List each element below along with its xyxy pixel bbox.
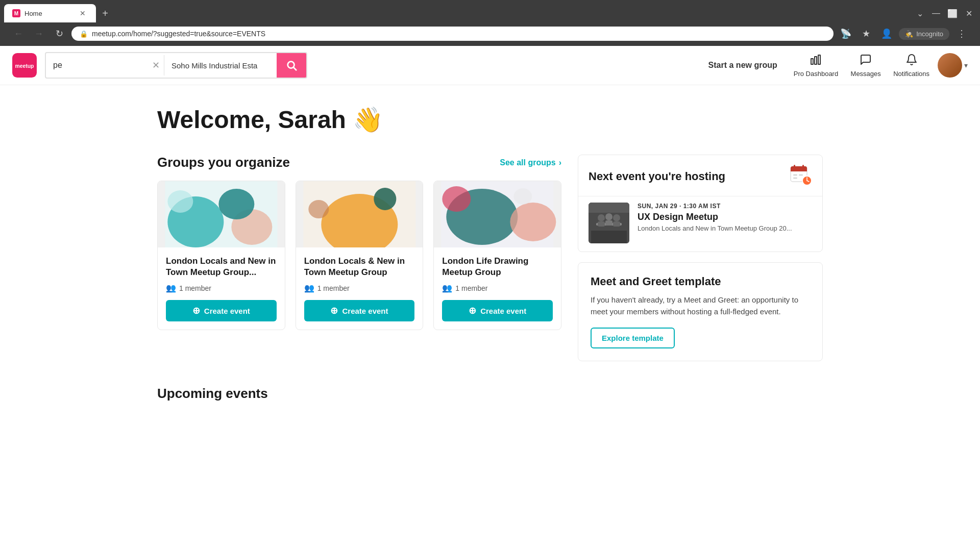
app-header: meetup ✕ Start a new group Pro Dashboard bbox=[0, 46, 980, 85]
svg-rect-39 bbox=[613, 221, 620, 227]
upcoming-section: Upcoming events bbox=[157, 386, 823, 402]
incognito-badge: 🕵️ Incognito bbox=[899, 28, 949, 40]
svg-point-15 bbox=[308, 200, 329, 218]
svg-rect-4 bbox=[811, 59, 813, 64]
create-event-btn-2[interactable]: ⊕ Create event bbox=[304, 300, 415, 321]
meetup-logo[interactable]: meetup bbox=[12, 53, 37, 78]
main-content: Welcome, Sarah 👋 Groups you organize See… bbox=[133, 85, 847, 422]
svg-point-2 bbox=[288, 62, 295, 68]
svg-rect-37 bbox=[605, 220, 612, 226]
group-card-2[interactable]: London Locals & New in Town Meetup Group… bbox=[296, 181, 424, 330]
cast-icon[interactable]: 📡 bbox=[838, 26, 854, 42]
svg-rect-35 bbox=[598, 221, 605, 227]
create-event-label-1: Create event bbox=[204, 307, 250, 315]
svg-point-20 bbox=[514, 188, 532, 205]
pro-dashboard-icon bbox=[810, 54, 822, 68]
right-sidebar: Next event you're hosting bbox=[578, 155, 823, 361]
event-item: SUN, JAN 29 · 1:30 AM IST UX Design Meet… bbox=[578, 196, 822, 252]
create-event-plus-icon-2: ⊕ bbox=[330, 305, 338, 316]
see-all-groups-link[interactable]: See all groups › bbox=[500, 158, 561, 167]
address-bar[interactable]: 🔒 meetup.com/home/?suggested=true&source… bbox=[71, 27, 834, 41]
svg-rect-5 bbox=[815, 57, 817, 64]
svg-point-14 bbox=[374, 188, 396, 210]
profile-icon[interactable]: 👤 bbox=[878, 26, 895, 42]
groups-section: Groups you organize See all groups › bbox=[157, 155, 561, 361]
svg-rect-23 bbox=[791, 170, 807, 171]
avatar bbox=[938, 53, 962, 78]
explore-template-button[interactable]: Explore template bbox=[591, 328, 675, 348]
bookmark-icon[interactable]: ★ bbox=[858, 26, 874, 42]
create-event-label-2: Create event bbox=[342, 307, 388, 315]
meetup-logo-icon: meetup bbox=[12, 53, 37, 78]
next-event-header: Next event you're hosting bbox=[578, 155, 822, 196]
create-event-btn-1[interactable]: ⊕ Create event bbox=[166, 300, 277, 321]
group-card-3[interactable]: London Life Drawing Meetup Group 👥 1 mem… bbox=[433, 181, 561, 330]
window-close-btn[interactable]: ✕ bbox=[962, 6, 976, 20]
tab-favicon: M bbox=[12, 9, 20, 17]
svg-rect-27 bbox=[799, 174, 803, 176]
pro-dashboard-label: Pro Dashboard bbox=[794, 70, 838, 78]
incognito-icon: 🕵️ bbox=[905, 30, 913, 38]
back-button[interactable]: ← bbox=[10, 26, 27, 42]
new-tab-button[interactable]: + bbox=[98, 6, 112, 20]
svg-point-38 bbox=[613, 214, 620, 221]
svg-line-3 bbox=[294, 68, 297, 70]
browser-chrome: M Home ✕ + ⌄ — ⬜ ✕ ← → ↻ 🔒 meetup.com/ho… bbox=[0, 0, 980, 46]
group-illustration-3 bbox=[434, 181, 561, 247]
search-submit-icon bbox=[286, 60, 297, 71]
template-title: Meet and Greet template bbox=[591, 275, 810, 288]
groups-grid: London Locals and New in Town Meetup Gro… bbox=[157, 181, 561, 330]
group-illustration-2 bbox=[296, 181, 423, 247]
template-card: Meet and Greet template If you haven't a… bbox=[578, 262, 823, 361]
nav-messages[interactable]: Messages bbox=[850, 54, 881, 78]
location-input[interactable] bbox=[164, 56, 277, 75]
svg-rect-26 bbox=[793, 174, 797, 176]
next-event-emoji bbox=[790, 163, 812, 190]
window-maximize-btn[interactable]: ⬜ bbox=[945, 6, 960, 20]
groups-section-header: Groups you organize See all groups › bbox=[157, 155, 561, 170]
create-event-btn-3[interactable]: ⊕ Create event bbox=[442, 300, 553, 321]
reload-button[interactable]: ↻ bbox=[51, 26, 67, 42]
search-submit-button[interactable] bbox=[277, 53, 306, 78]
event-thumbnail bbox=[589, 203, 629, 243]
event-date: SUN, JAN 29 · 1:30 AM IST bbox=[638, 203, 812, 210]
more-options-icon[interactable]: ⋮ bbox=[953, 26, 970, 42]
search-input[interactable] bbox=[46, 56, 148, 75]
nav-pro-dashboard[interactable]: Pro Dashboard bbox=[794, 54, 838, 78]
event-info: SUN, JAN 29 · 1:30 AM IST UX Design Meet… bbox=[638, 203, 812, 243]
next-event-title: Next event you're hosting bbox=[589, 170, 725, 183]
user-avatar-container[interactable]: ▾ bbox=[938, 53, 968, 78]
bell-icon bbox=[905, 54, 918, 66]
tab-close-btn[interactable]: ✕ bbox=[78, 8, 88, 18]
event-group: London Locals and New in Town Meetup Gro… bbox=[638, 224, 812, 232]
group-card-1[interactable]: London Locals and New in Town Meetup Gro… bbox=[157, 181, 285, 330]
groups-section-title: Groups you organize bbox=[157, 155, 290, 170]
svg-point-34 bbox=[598, 214, 605, 221]
window-minimize-btn[interactable]: — bbox=[929, 6, 943, 20]
svg-rect-25 bbox=[802, 165, 804, 169]
next-event-card: Next event you're hosting bbox=[578, 155, 823, 252]
window-minimize-chevron[interactable]: ⌄ bbox=[913, 6, 927, 20]
group-card-image-3 bbox=[434, 181, 561, 247]
forward-button[interactable]: → bbox=[31, 26, 47, 42]
group-card-name-1: London Locals and New in Town Meetup Gro… bbox=[166, 256, 277, 278]
event-thumbnail-image bbox=[589, 203, 629, 243]
welcome-heading: Welcome, Sarah 👋 bbox=[157, 106, 823, 134]
browser-tab-active[interactable]: M Home ✕ bbox=[4, 4, 96, 22]
svg-text:meetup: meetup bbox=[15, 63, 34, 69]
avatar-dropdown-chevron: ▾ bbox=[964, 61, 968, 69]
group-card-image-2 bbox=[296, 181, 423, 247]
see-all-chevron: › bbox=[559, 158, 561, 167]
members-icon-2: 👥 bbox=[304, 283, 314, 293]
svg-rect-24 bbox=[794, 165, 795, 169]
create-event-plus-icon-1: ⊕ bbox=[192, 305, 200, 316]
svg-point-10 bbox=[218, 189, 254, 219]
svg-point-36 bbox=[605, 213, 612, 220]
search-clear-button[interactable]: ✕ bbox=[148, 60, 164, 71]
incognito-label: Incognito bbox=[916, 30, 943, 38]
nav-notifications[interactable]: Notifications bbox=[893, 54, 929, 78]
start-new-group-button[interactable]: Start a new group bbox=[700, 57, 786, 74]
members-icon-1: 👥 bbox=[166, 283, 176, 293]
group-card-body-3: London Life Drawing Meetup Group 👥 1 mem… bbox=[434, 247, 561, 330]
group-card-members-2: 👥 1 member bbox=[304, 283, 415, 293]
